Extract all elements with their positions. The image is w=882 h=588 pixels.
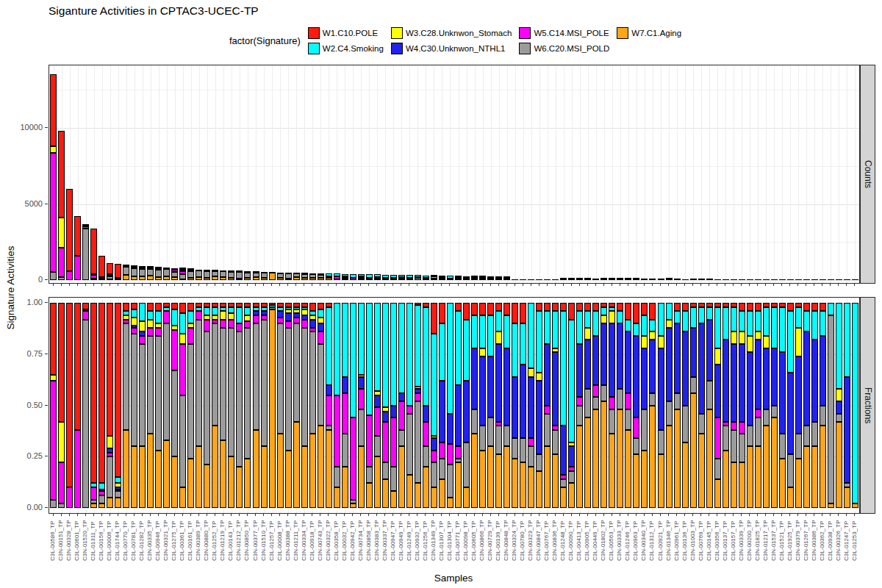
bar-segment — [74, 430, 81, 508]
bar-segment — [131, 328, 137, 334]
bar-segment — [253, 311, 259, 315]
y-tick — [45, 302, 48, 303]
gridline-vertical — [499, 65, 500, 283]
x-tick — [781, 284, 782, 286]
bar-segment — [350, 278, 356, 280]
strip-fractions: Fractions — [860, 297, 875, 514]
gridline-vertical — [847, 65, 847, 283]
bar-segment — [649, 320, 656, 332]
bar-segment — [723, 426, 729, 450]
legend-entry: W3.C28.Unknwon_Stomach — [391, 26, 512, 40]
bar-segment — [439, 277, 445, 279]
bar-segment — [828, 303, 834, 315]
bar-segment — [698, 414, 705, 434]
bar-segment — [269, 309, 276, 508]
bar-segment — [147, 276, 154, 281]
bar-segment — [787, 303, 794, 311]
bar-segment — [487, 446, 494, 508]
bar-segment — [244, 321, 251, 327]
bar-segment — [326, 307, 332, 385]
bar-segment — [463, 276, 470, 278]
bar-segment — [584, 340, 591, 389]
y-tick-label: 0.00 — [10, 503, 43, 512]
bar-segment — [350, 274, 356, 278]
x-tick — [352, 284, 353, 286]
gridline-vertical — [207, 65, 208, 283]
bar-segment — [155, 270, 162, 277]
x-tick — [773, 514, 774, 516]
x-tick — [85, 284, 86, 286]
bar-segment — [123, 323, 129, 430]
bar-segment — [204, 270, 210, 271]
x-tick — [692, 514, 693, 516]
bar-segment — [755, 331, 761, 340]
x-tick-label-text: C3N-00333_TP — [616, 520, 623, 561]
bar-segment — [609, 278, 615, 279]
x-tick-label-text: C3N-00322_TP — [325, 520, 331, 561]
x-tick — [668, 284, 669, 286]
x-tick-label-text: C3L-00605_TP — [470, 521, 477, 561]
bar-segment — [423, 303, 429, 307]
x-tick — [733, 514, 734, 516]
bar-segment — [196, 446, 202, 508]
gridline-vertical — [628, 65, 629, 283]
bar-segment — [98, 279, 105, 280]
x-tick-label-text: C3L-00143_TP — [227, 521, 234, 561]
bar-outline-base — [682, 279, 689, 281]
bar-segment — [171, 268, 178, 270]
bar-segment — [520, 462, 526, 507]
bar-segment — [406, 303, 413, 405]
bar-segment — [592, 303, 599, 311]
x-tick-label-text: C3L-00963_TP — [632, 521, 639, 561]
x-tick — [652, 284, 653, 286]
gridline-vertical — [264, 65, 265, 283]
bar-segment — [755, 311, 761, 331]
bar-segment — [374, 391, 381, 395]
bar-segment — [560, 479, 567, 487]
bar-segment — [285, 309, 292, 314]
bar-segment — [301, 320, 308, 328]
bar-segment — [228, 278, 234, 280]
x-tick-label-text: C3L-01257_TP — [268, 521, 275, 561]
bar-segment — [552, 348, 559, 353]
bar-segment — [301, 278, 308, 280]
bar-segment — [244, 459, 251, 508]
bar-segment — [301, 446, 308, 508]
bar-segment — [423, 406, 429, 422]
bar-segment — [690, 377, 697, 393]
x-tick — [628, 514, 628, 516]
bar-segment — [528, 446, 534, 467]
bar-segment — [139, 269, 146, 276]
bar-outline-base — [820, 279, 826, 281]
bar-segment — [633, 438, 639, 454]
bar-segment — [609, 434, 615, 507]
x-tick — [822, 284, 822, 286]
bar-segment — [98, 491, 105, 495]
gridline-vertical — [385, 65, 386, 283]
bar-segment — [479, 451, 486, 508]
bar-segment — [431, 334, 437, 436]
x-tick — [676, 284, 677, 286]
bar-segment — [552, 430, 559, 454]
bar-segment — [147, 320, 154, 328]
x-tick — [612, 514, 612, 516]
gridline-minor — [49, 380, 859, 381]
x-tick-label-text: C3L-00139_TP — [495, 521, 501, 561]
bar-segment — [204, 331, 210, 465]
legend-key-swatch — [519, 43, 531, 54]
x-tick-label-text: C3N-00200_TP — [746, 520, 753, 561]
bar-segment — [463, 320, 470, 381]
bar-segment — [261, 311, 268, 315]
bar-segment — [714, 417, 721, 459]
bar-segment — [196, 277, 202, 280]
bar-segment — [714, 307, 721, 348]
bar-segment — [747, 446, 753, 508]
bar-segment — [714, 365, 721, 417]
bar-segment — [244, 303, 251, 307]
bar-segment — [658, 303, 664, 336]
gridline-vertical — [491, 65, 492, 283]
bar-segment — [836, 303, 842, 389]
x-tick — [458, 284, 459, 286]
bar-segment — [706, 409, 713, 508]
bar-segment — [115, 483, 121, 487]
